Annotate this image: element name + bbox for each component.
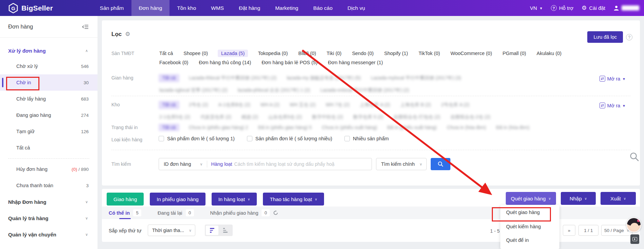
nav-item-1[interactable]: Đơn hàng <box>131 0 170 16</box>
platform-chip-8[interactable]: TikTok (0) <box>418 50 441 57</box>
search-input[interactable]: Cách tìm kiếm hàng loạt sử dụng dấu phẩy… <box>234 161 372 167</box>
sidebar-section-order-processing[interactable]: Xử lý đơn hàng ∧ <box>0 43 97 58</box>
search-button[interactable] <box>431 158 450 170</box>
warehouse-option-b-7[interactable]: 自营组合仓-2仓 (2) <box>450 113 491 121</box>
print-status-option-3[interactable]: Đã in (phiếu xuất hàng) <box>387 124 437 131</box>
sidebar-group-1[interactable]: Quản lý trả hàng∨ <box>0 210 97 226</box>
package-type-checkbox-2[interactable]: Nhiều sản phẩm <box>344 136 389 141</box>
warehouse-expand-button[interactable]: ⇄ Mở ra ▼ <box>600 103 626 108</box>
user-account[interactable] <box>613 5 639 11</box>
sidebar-item-7[interactable]: Hủy đơn hàng(0) / 890 <box>0 161 97 177</box>
next-page-button[interactable]: » <box>563 225 575 236</box>
language-selector[interactable]: VN ▼ <box>530 5 543 11</box>
warehouse-option-b-0[interactable]: 2-1仓库5仓 (2) <box>159 113 191 121</box>
platform-chip2-0[interactable]: Facebook (0) <box>159 59 189 66</box>
warehouse-option-6[interactable]: 上海仓库 B (2) <box>400 101 432 109</box>
ship-button[interactable]: Giao hàng <box>107 193 144 206</box>
platform-chip-5[interactable]: Tiki (0) <box>326 50 342 57</box>
warehouse-option-1[interactable]: A-1仓库B仓 (2) <box>218 101 251 109</box>
store-option-0[interactable]: Lazada-thlocal 平行中重回馈 (2017年) (2) <box>188 74 277 82</box>
sidebar-item-8[interactable]: Chưa thanh toán3 <box>0 177 97 194</box>
nav-item-0[interactable]: Sản phẩm <box>92 0 131 16</box>
main-search-select[interactable]: Tìm kiếm chính ∨ <box>376 158 427 170</box>
sort-field-select[interactable]: Thời gian tha... ∨ <box>148 225 195 236</box>
sort-ascending-button[interactable] <box>219 226 232 235</box>
platform-chip-6[interactable]: Sendo (0) <box>351 50 374 57</box>
nav-item-3[interactable]: WMS <box>203 0 231 16</box>
platform-chip-3[interactable]: Tokopedia (0) <box>257 50 288 57</box>
export-button[interactable]: Xuất∨ <box>601 192 636 205</box>
refresh-icon[interactable] <box>273 210 278 215</box>
tab-reloading[interactable]: Đang tải lại 0 <box>158 207 194 219</box>
platform-chip-0[interactable]: Tất cả <box>159 50 174 57</box>
sidebar-group-partial[interactable]: Công cụ Đơn hàng∨ <box>0 243 97 249</box>
warehouse-option-4[interactable]: WH 7仓 (2) <box>325 101 350 109</box>
platform-chip-4[interactable]: Blibli (0) <box>298 50 317 57</box>
dropdown-item-1[interactable]: Quét kiểm hàng <box>500 220 559 233</box>
platform-chip-11[interactable]: Akulaku (0) <box>536 50 562 57</box>
sidebar-item-0[interactable]: Chờ xử lý546 <box>0 58 97 74</box>
warehouse-option-0[interactable]: 2号仓 (2) <box>188 101 209 109</box>
scan-ship-button[interactable]: Quét giao hàng∨ <box>506 192 556 205</box>
kiosk-widget-icon[interactable] <box>630 234 639 244</box>
warehouse-option-3[interactable]: WH 五仓 (2) <box>289 101 316 109</box>
nav-item-5[interactable]: Marketing <box>268 0 306 16</box>
import-button[interactable]: Nhập∨ <box>561 192 596 205</box>
search-type-select[interactable]: ID đơn hàng ∨ <box>159 161 207 167</box>
sidebar-group-2[interactable]: Quản lý vận chuyển∨ <box>0 226 97 243</box>
warehouse-option-b-6[interactable]: 自营组合仓-打包仓 (2) <box>393 113 441 121</box>
print-status-option-all-tag[interactable]: Tất cả <box>159 124 179 131</box>
platform-chip2-1[interactable]: Đơn hàng thủ công (14) <box>198 59 252 66</box>
filter-settings-gear-icon[interactable]: ⚙ <box>125 31 130 38</box>
brand-logo[interactable]: G BigSeller <box>0 0 62 16</box>
platform-chip-9[interactable]: WooCommerce (0) <box>450 50 493 57</box>
warehouse-option-all-tag[interactable]: Tất cả <box>159 101 179 109</box>
collapse-panel-icon[interactable] <box>82 24 89 30</box>
print-shipping-slip-button[interactable]: In phiếu giao hàng <box>150 193 205 206</box>
filter-help-icon[interactable]: ? <box>626 34 632 40</box>
nav-item-7[interactable]: Dịch vụ <box>340 0 373 16</box>
store-expand-button[interactable]: ⇄ Mở ra ▼ <box>600 76 626 82</box>
print-status-option-2[interactable]: Chưa in (phiếu xuất hàng) <box>321 124 378 131</box>
print-batch-button[interactable]: In hàng loạt∨ <box>212 193 257 206</box>
platform-chip-2[interactable]: Lazada (5) <box>218 50 248 57</box>
nav-item-6[interactable]: Báo cáo <box>306 0 340 16</box>
batch-operations-button[interactable]: Thao tác hàng loạt∨ <box>263 193 324 206</box>
tab-receive-shipping-slip[interactable]: Nhận phiếu giao hàng 0 <box>210 207 279 219</box>
tab-printable[interactable]: Có thể in 5 <box>109 207 141 219</box>
print-status-option-0[interactable]: Chưa in (phiếu giao hàng) 2 <box>188 124 249 131</box>
store-option-all-tag[interactable]: Tất cả <box>159 74 179 82</box>
sidebar-item-1[interactable]: Chờ in30 <box>0 74 97 91</box>
warehouse-option-2[interactable]: WH A (2) <box>260 101 280 109</box>
save-filter-button[interactable]: Lưu đã lọc <box>587 31 623 43</box>
warehouse-option-b-1[interactable]: 代发货仓库 (2) <box>200 113 232 121</box>
dropdown-item-0[interactable]: Quét giao hàng <box>500 205 559 220</box>
floating-search-icon[interactable] <box>629 152 639 163</box>
support-mascot-avatar[interactable] <box>626 217 641 232</box>
sidebar-item-3[interactable]: Đang giao hàng274 <box>0 107 97 123</box>
sidebar-item-4[interactable]: Tạm giữ126 <box>0 123 97 140</box>
platform-chip-10[interactable]: PGmall (0) <box>502 50 527 57</box>
package-type-checkbox-1[interactable]: Sản phẩm đơn lẻ ( số lượng nhiều) <box>247 136 332 141</box>
store-option-2[interactable]: Lazada-mylocal 平行中重回馈 (2017年) (3) <box>370 74 462 82</box>
warehouse-option-5[interactable]: 上海仓库 A (2) <box>359 101 391 109</box>
sidebar-item-2[interactable]: Chờ lấy hàng683 <box>0 91 97 107</box>
sidebar-group-0[interactable]: Nhập Đơn hàng∨ <box>0 194 97 210</box>
store-option-b-2[interactable]: Lazada-vnlocal 平行中重回馈 (2017年) (2) <box>320 86 410 94</box>
print-status-option-1[interactable]: Đã in (phiếu giao hàng) 5 <box>257 124 312 131</box>
platform-chip2-2[interactable]: Đơn hàng bán lẻ POS (5) <box>261 59 318 66</box>
warehouse-option-b-4[interactable]: 数字中转仓 (2) <box>311 113 344 121</box>
settings-button[interactable]: ⚙ Cài đặt <box>582 4 605 12</box>
warehouse-option-b-5[interactable]: 数字仓库 5 (2) <box>353 113 384 121</box>
package-type-checkbox-0[interactable]: Sản phẩm đơn lẻ ( số lượng 1) <box>159 136 235 141</box>
warehouse-option-b-3[interactable]: 山东仓库5仓 (2) <box>268 113 303 121</box>
platform-chip2-3[interactable]: Đơn hàng messenger (1) <box>327 59 384 66</box>
store-option-b-0[interactable]: lazada-sglocal 官季 (2017年) (2) <box>159 86 228 94</box>
help-button[interactable]: ? Hỗ trợ <box>551 5 573 11</box>
platform-chip-1[interactable]: Shopee (0) <box>183 50 209 57</box>
print-status-option-5[interactable]: Đã in (hóa đơn) <box>496 124 530 131</box>
batch-mode-link[interactable]: Hàng loạt <box>211 161 232 167</box>
sort-descending-button[interactable] <box>206 226 218 235</box>
dropdown-item-2[interactable]: Quét để in <box>500 233 559 247</box>
store-option-1[interactable]: lazada-my 旗舰店专卖 (2017年) (5) <box>286 74 361 82</box>
